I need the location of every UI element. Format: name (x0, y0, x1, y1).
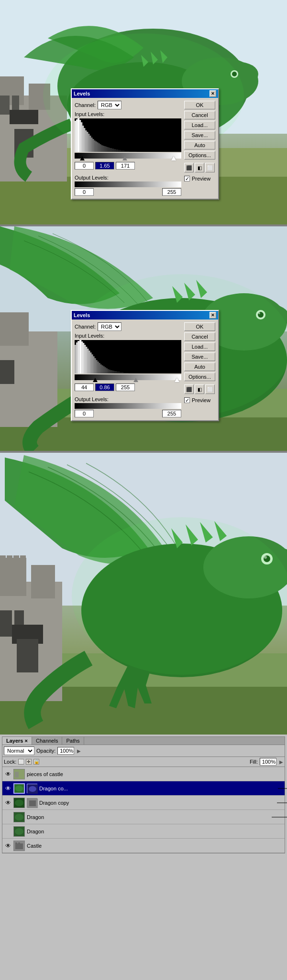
levels-dialog-2[interactable]: Levels ✕ Channel: RGB Input Levels: (71, 310, 219, 421)
svg-rect-83 (106, 368, 108, 373)
load-button-2[interactable]: Load... (184, 342, 215, 351)
output-slider-1[interactable] (75, 181, 181, 187)
tab-channels[interactable]: Channels (32, 737, 62, 745)
preview-checkbox-2[interactable]: ✓ (184, 397, 190, 403)
layer-item-castle[interactable]: 👁 Castle (2, 839, 285, 853)
ok-button-2[interactable]: OK (184, 322, 215, 331)
layer-visibility-2[interactable]: 👁 (4, 784, 12, 793)
white-eyedropper-1[interactable]: ⬜ (205, 163, 215, 172)
layer-name-2: Dragon co... (38, 786, 283, 791)
tab-layers[interactable]: Layers × (2, 737, 32, 745)
channel-select-1[interactable]: RGB (98, 101, 121, 109)
svg-rect-30 (94, 140, 96, 152)
svg-rect-53 (0, 312, 29, 346)
gray-point-triangle-1[interactable] (122, 156, 127, 160)
ok-button-1[interactable]: OK (184, 101, 215, 109)
save-button-1[interactable]: Save... (184, 131, 215, 139)
input-levels-label-1: Input Levels: (75, 111, 181, 117)
layer-visibility-1[interactable]: 👁 (4, 770, 12, 778)
layer-visibility-4[interactable] (4, 813, 12, 821)
layer-item-dragon-copy-selected[interactable]: 👁 Dragon co... Light (2, 781, 285, 796)
cancel-button-1[interactable]: Cancel (184, 111, 215, 119)
output-white-field-1[interactable] (162, 188, 181, 196)
svg-rect-74 (93, 356, 95, 373)
dialog-close-2[interactable]: ✕ (210, 312, 216, 319)
layer-item-dragon-2[interactable]: Dragon (2, 824, 285, 839)
svg-rect-35 (101, 145, 103, 152)
black-eyedropper-1[interactable]: ⬛ (184, 163, 194, 172)
cancel-button-2[interactable]: Cancel (184, 332, 215, 341)
lock-position-icon[interactable]: ✛ (26, 759, 32, 765)
auto-button-2[interactable]: Auto (184, 362, 215, 371)
input-values-row-1 (75, 162, 181, 170)
svg-rect-8 (10, 110, 38, 124)
svg-rect-89 (117, 372, 120, 373)
layer-item-dragon-1[interactable]: Dragon Normal (2, 810, 285, 824)
save-button-2[interactable]: Save... (184, 352, 215, 361)
white-point-triangle-2[interactable] (175, 378, 179, 382)
lock-pixels-icon[interactable]: ⬜ (18, 759, 24, 765)
svg-rect-22 (82, 126, 84, 152)
output-slider-2[interactable] (75, 403, 181, 409)
svg-rect-123 (29, 800, 36, 806)
svg-rect-31 (96, 141, 97, 152)
preview-checkbox-1[interactable]: ✓ (184, 176, 190, 181)
svg-rect-87 (112, 371, 114, 373)
input-slider-1[interactable] (75, 153, 181, 160)
layer-item-pieces-of-castle[interactable]: 👁 pieces of castle (2, 767, 285, 781)
input-black-field-1[interactable] (75, 162, 94, 170)
fill-arrow: ▶ (279, 759, 283, 765)
output-black-field-1[interactable] (75, 188, 94, 196)
lock-all-icon[interactable]: 🔒 (33, 759, 39, 765)
layers-blend-row: Normal Multiply Screen Opacity: ▶ (2, 745, 285, 757)
svg-rect-130 (15, 842, 17, 845)
layer-visibility-6[interactable]: 👁 (4, 842, 12, 850)
svg-rect-68 (84, 345, 86, 373)
auto-button-1[interactable]: Auto (184, 141, 215, 149)
black-point-triangle-2[interactable] (93, 378, 98, 382)
load-button-1[interactable]: Load... (184, 121, 215, 129)
canvas-scene-1: Levels ✕ Channel: RGB Input Levels: (0, 0, 287, 224)
input-mid-field-1[interactable] (95, 162, 114, 170)
white-point-triangle-1[interactable] (171, 156, 176, 160)
tab-paths[interactable]: Paths (62, 737, 84, 745)
layer-name-4: Dragon (26, 814, 283, 820)
gray-eyedropper-1[interactable]: ◧ (195, 163, 204, 172)
input-white-field-1[interactable] (116, 162, 135, 170)
levels-dialog-1[interactable]: Levels ✕ Channel: RGB Input Levels: (71, 88, 219, 200)
layer-visibility-5[interactable] (4, 827, 12, 836)
white-eyedropper-2[interactable]: ⬜ (205, 384, 215, 394)
blend-mode-select[interactable]: Normal Multiply Screen (4, 746, 34, 755)
fill-input[interactable] (260, 758, 276, 766)
black-eyedropper-2[interactable]: ⬛ (184, 384, 194, 394)
layer-name-5: Dragon (26, 829, 283, 834)
input-mid-field-2[interactable] (95, 383, 114, 391)
input-white-field-2[interactable] (116, 383, 135, 391)
output-white-field-2[interactable] (162, 410, 181, 417)
svg-rect-34 (100, 144, 101, 152)
layer-thumb-5 (13, 826, 25, 837)
output-levels-label-1: Output Levels: (75, 175, 181, 181)
black-point-triangle-1[interactable] (80, 156, 85, 160)
options-button-2[interactable]: Options... (184, 373, 215, 381)
arrow-normal: Normal (272, 813, 287, 820)
channel-select-2[interactable]: RGB (98, 322, 121, 331)
opacity-input[interactable] (57, 747, 74, 755)
gray-point-triangle-2[interactable] (133, 378, 138, 382)
svg-rect-115 (15, 772, 19, 778)
layer-visibility-3[interactable]: 👁 (4, 799, 12, 807)
dialog-close-1[interactable]: ✕ (210, 90, 216, 97)
svg-rect-66 (81, 341, 83, 373)
dialog-title-1: Levels (74, 91, 90, 96)
output-black-field-2[interactable] (75, 410, 94, 417)
svg-rect-69 (86, 347, 87, 373)
layer-item-dragon-copy[interactable]: 👁 Dragon copy Dark (2, 796, 285, 810)
options-button-1[interactable]: Options... (184, 151, 215, 160)
layer-name-6: Castle (26, 843, 283, 849)
input-slider-2[interactable] (75, 374, 181, 382)
histogram-1 (75, 118, 181, 152)
gray-eyedropper-2[interactable]: ◧ (195, 384, 204, 394)
layers-tabs: Layers × Channels Paths (2, 737, 285, 745)
input-black-field-2[interactable] (75, 383, 94, 391)
svg-rect-24 (85, 130, 87, 152)
